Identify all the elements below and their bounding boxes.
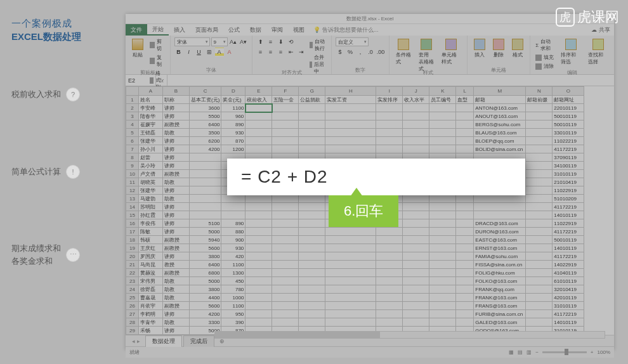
cell[interactable]: 390	[221, 318, 245, 327]
cell[interactable]: 1300	[221, 269, 245, 277]
cell[interactable]	[429, 236, 456, 244]
cell[interactable]	[325, 310, 376, 318]
cell[interactable]	[245, 129, 272, 137]
cell[interactable]: 3500	[190, 129, 221, 137]
cell[interactable]: 讲师	[163, 203, 190, 211]
fill-button[interactable]: 填充	[534, 53, 556, 62]
cell[interactable]: 900	[221, 236, 245, 244]
cell[interactable]: BERGS@sohu.com	[474, 120, 526, 129]
cell[interactable]	[456, 104, 474, 112]
comma-button[interactable]: ,	[356, 48, 365, 56]
cell[interactable]: 赵蕾	[139, 153, 163, 162]
find-select-button[interactable]: 查找和选择	[585, 37, 610, 67]
cell[interactable]	[245, 310, 272, 318]
dec-decimal-button[interactable]: .00	[376, 48, 385, 56]
autosum-button[interactable]: Σ自动求和	[534, 37, 556, 53]
cell[interactable]	[403, 236, 429, 244]
cell[interactable]	[526, 186, 553, 195]
row-header[interactable]: 11	[126, 178, 139, 186]
cell[interactable]	[299, 120, 325, 129]
cell[interactable]	[376, 294, 403, 302]
cell[interactable]	[526, 236, 553, 244]
cell[interactable]: 6800	[190, 269, 221, 277]
font-size-select[interactable]: 9	[211, 37, 228, 46]
cell[interactable]: 张建华	[139, 186, 163, 195]
cell[interactable]	[474, 195, 526, 203]
cell[interactable]	[403, 318, 429, 327]
copy-button[interactable]: 复制	[148, 53, 166, 68]
cell[interactable]: 副教授	[163, 120, 190, 129]
cell[interactable]	[245, 302, 272, 310]
cell[interactable]	[526, 203, 553, 211]
row-header[interactable]: 16	[126, 219, 139, 228]
cell[interactable]: 21010419	[553, 178, 584, 186]
align-bottom-button[interactable]: ⬇	[277, 37, 285, 46]
underline-button[interactable]: U	[195, 48, 204, 56]
row-header[interactable]: 26	[126, 302, 139, 310]
cell[interactable]	[526, 228, 553, 236]
cell[interactable]	[456, 112, 474, 120]
row-header[interactable]: 18	[126, 236, 139, 244]
row-header[interactable]: 24	[126, 285, 139, 294]
row-header[interactable]: 14	[126, 203, 139, 211]
cell[interactable]: 助教	[163, 129, 190, 137]
cell[interactable]: 50010119	[553, 236, 584, 244]
cell[interactable]	[403, 211, 429, 219]
cell[interactable]	[245, 318, 272, 327]
row-header[interactable]: 8	[126, 153, 139, 162]
cell[interactable]: 曹嘉晟	[139, 294, 163, 302]
row-header[interactable]: 19	[126, 244, 139, 252]
cell[interactable]	[526, 219, 553, 228]
border-button[interactable]: ⊞	[205, 48, 214, 56]
cell[interactable]	[245, 244, 272, 252]
cell[interactable]	[456, 236, 474, 244]
cell[interactable]: 5940	[190, 236, 221, 244]
cell[interactable]	[403, 252, 429, 261]
cell[interactable]: 讲师	[163, 252, 190, 261]
cell[interactable]	[272, 277, 299, 285]
menu-file[interactable]: 文件	[126, 24, 147, 36]
zoom-slider[interactable]	[542, 351, 587, 353]
cell[interactable]	[403, 269, 429, 277]
delete-cell-button[interactable]: 删除	[490, 37, 507, 60]
cell[interactable]	[456, 228, 474, 236]
cell[interactable]	[456, 129, 474, 137]
menu-insert[interactable]: 插入	[169, 24, 190, 36]
cell[interactable]: 22010119	[553, 104, 584, 112]
cell[interactable]	[376, 261, 403, 269]
cell[interactable]: 副教授	[163, 236, 190, 244]
menu-layout[interactable]: 页面布局	[190, 24, 223, 36]
cell[interactable]	[526, 252, 553, 261]
cell[interactable]	[429, 244, 456, 252]
cell[interactable]: 马建勃	[139, 195, 163, 203]
cell[interactable]	[456, 285, 474, 294]
view-layout-icon[interactable]: ▤	[518, 349, 523, 355]
cell[interactable]	[376, 236, 403, 244]
row-header[interactable]: 28	[126, 318, 139, 327]
cell[interactable]	[429, 137, 456, 145]
cell[interactable]	[526, 277, 553, 285]
cell[interactable]	[325, 277, 376, 285]
shrink-font-button[interactable]: A▾	[239, 37, 248, 46]
cell[interactable]	[403, 302, 429, 310]
cell[interactable]: 14010119	[553, 211, 584, 219]
cell[interactable]	[272, 302, 299, 310]
cell[interactable]	[299, 129, 325, 137]
cell[interactable]: 5600	[190, 244, 221, 252]
cell[interactable]	[474, 211, 526, 219]
align-left-button[interactable]: ≡	[256, 48, 265, 56]
cell[interactable]	[456, 120, 474, 129]
align-top-button[interactable]: ⬆	[256, 37, 265, 46]
cell[interactable]	[456, 137, 474, 145]
cell[interactable]: ERNST@163.com	[474, 244, 526, 252]
cell[interactable]: FOLKO@163.com	[474, 277, 526, 285]
cell[interactable]	[272, 252, 299, 261]
cell[interactable]	[245, 120, 272, 129]
cell[interactable]: 61010119	[553, 277, 584, 285]
cell[interactable]: 32010419	[553, 285, 584, 294]
col-header[interactable]: M	[474, 87, 526, 96]
cell[interactable]: 韩硕	[139, 236, 163, 244]
header-cell[interactable]: 姓名	[139, 96, 163, 104]
add-sheet-button[interactable]: ⊕	[216, 338, 228, 344]
cell[interactable]	[272, 195, 299, 203]
